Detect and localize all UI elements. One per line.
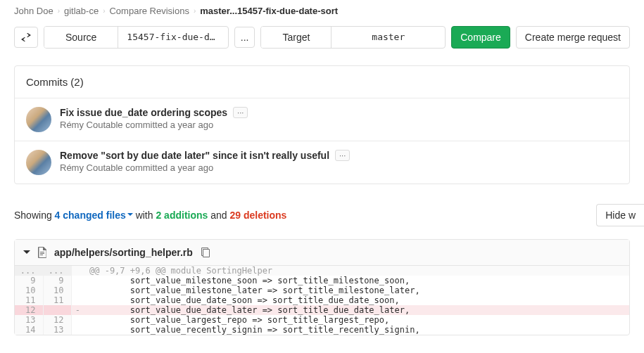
target-label: Target — [261, 27, 332, 48]
copy-path-icon[interactable] — [200, 248, 210, 257]
commit-expand-button[interactable]: ··· — [233, 107, 248, 118]
commit-item: Remove "sort by due date later" since it… — [15, 141, 629, 184]
breadcrumb: John Doe › gitlab-ce › Compare Revisions… — [14, 6, 630, 16]
new-line-number[interactable]: 12 — [43, 315, 71, 325]
diff-sign — [71, 325, 84, 335]
commit-item: Fix issue due_date ordering scopes ··· R… — [15, 98, 629, 141]
summary-with: with — [133, 210, 156, 221]
breadcrumb-item[interactable]: Compare Revisions — [109, 6, 189, 16]
code-content: sort_value_largest_repo => sort_title_la… — [84, 315, 629, 325]
breadcrumb-item[interactable]: John Doe — [14, 6, 53, 16]
new-line-number[interactable]: 13 — [43, 325, 71, 335]
source-label: Source — [44, 27, 118, 48]
compare-bar: Source 15457-fix-due-date… ... Target ma… — [14, 26, 630, 49]
code-content: sort_value_due_date_soon => sort_title_d… — [84, 295, 629, 305]
diff-sign — [71, 315, 84, 325]
summary-prefix: Showing — [14, 210, 55, 221]
avatar[interactable] — [26, 150, 51, 175]
diff-file: app/helpers/sorting_helper.rb ......@@ -… — [14, 239, 630, 335]
commit-meta: Rémy Coutable committed a year ago — [60, 120, 618, 130]
code-content: sort_value_milestone_later => sort_title… — [84, 285, 629, 295]
hide-whitespace-button[interactable]: Hide w — [596, 204, 644, 226]
breadcrumb-item[interactable]: gitlab-ce — [64, 6, 99, 16]
old-line-number[interactable]: 9 — [15, 276, 43, 285]
new-line-number[interactable]: 9 — [43, 276, 71, 285]
target-value: master — [332, 27, 445, 48]
diff-line: 1111 sort_value_due_date_soon => sort_ti… — [15, 295, 629, 305]
diff-sign: - — [71, 305, 84, 315]
ellipsis-separator: ... — [234, 27, 255, 48]
diff-table: ......@@ -9,7 +9,6 @@ module SortingHelp… — [15, 266, 629, 335]
code-content: @@ -9,7 +9,6 @@ module SortingHelper — [84, 266, 629, 276]
diff-line: 1312 sort_value_largest_repo => sort_tit… — [15, 315, 629, 325]
file-path[interactable]: app/helpers/sorting_helper.rb — [54, 247, 193, 258]
chevron-right-icon: › — [58, 7, 60, 15]
commit-title[interactable]: Remove "sort by due date later" since it… — [60, 150, 329, 161]
target-ref-field[interactable]: Target master — [260, 26, 446, 49]
commit-meta: Rémy Coutable committed a year ago — [60, 162, 618, 173]
avatar[interactable] — [26, 107, 51, 132]
new-line-number[interactable]: ... — [43, 266, 71, 276]
commit-title[interactable]: Fix issue due_date ordering scopes — [60, 107, 227, 118]
diff-line: ......@@ -9,7 +9,6 @@ module SortingHelp… — [15, 266, 629, 276]
source-ref-field[interactable]: Source 15457-fix-due-date… — [44, 26, 229, 49]
old-line-number[interactable]: 12 — [15, 305, 43, 315]
additions-count: 2 additions — [156, 210, 208, 221]
old-line-number[interactable]: 10 — [15, 285, 43, 295]
diff-sign — [71, 285, 84, 295]
collapse-toggle-icon[interactable] — [23, 250, 30, 257]
diff-line: 99 sort_value_milestone_soon => sort_tit… — [15, 276, 629, 285]
diff-line: 1010 sort_value_milestone_later => sort_… — [15, 285, 629, 295]
new-line-number[interactable]: 11 — [43, 295, 71, 305]
diff-line: 12- sort_value_due_date_later => sort_ti… — [15, 305, 629, 315]
file-icon — [37, 247, 47, 258]
swap-icon — [21, 33, 31, 41]
deletions-count: 29 deletions — [229, 210, 286, 221]
new-line-number[interactable] — [43, 305, 71, 315]
source-value: 15457-fix-due-date… — [118, 27, 227, 48]
new-line-number[interactable]: 10 — [43, 285, 71, 295]
commits-header: Commits (2) — [15, 66, 629, 98]
commits-panel: Commits (2) Fix issue due_date ordering … — [14, 65, 630, 184]
commit-expand-button[interactable]: ··· — [335, 150, 350, 161]
diff-summary: Showing 4 changed files with 2 additions… — [14, 204, 630, 226]
old-line-number[interactable]: 14 — [15, 325, 43, 335]
chevron-right-icon: › — [194, 7, 196, 15]
diff-file-header: app/helpers/sorting_helper.rb — [15, 240, 629, 266]
old-line-number[interactable]: 11 — [15, 295, 43, 305]
code-content: sort_value_milestone_soon => sort_title_… — [84, 276, 629, 285]
swap-button[interactable] — [14, 27, 38, 48]
summary-and: and — [208, 210, 229, 221]
diff-sign — [71, 295, 84, 305]
breadcrumb-current: master...15457-fix-due-date-sort — [200, 6, 338, 16]
code-content: sort_value_recently_signin => sort_title… — [84, 325, 629, 335]
old-line-number[interactable]: 13 — [15, 315, 43, 325]
old-line-number[interactable]: ... — [15, 266, 43, 276]
diff-sign — [71, 276, 84, 285]
compare-button[interactable]: Compare — [451, 26, 510, 49]
diff-line: 1413 sort_value_recently_signin => sort_… — [15, 325, 629, 335]
code-content: sort_value_due_date_later => sort_title_… — [84, 305, 629, 315]
chevron-right-icon: › — [103, 7, 105, 15]
create-merge-request-button[interactable]: Create merge request — [516, 26, 630, 49]
changed-files-dropdown[interactable]: 4 changed files — [55, 210, 133, 221]
diff-sign — [71, 266, 84, 276]
